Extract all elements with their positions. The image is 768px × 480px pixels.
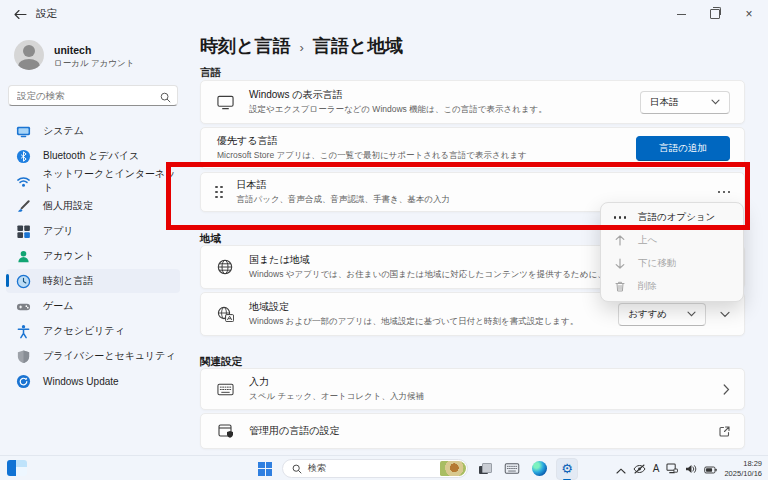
menu-item-move-up: 上へ (604, 229, 740, 252)
sidebar-item-system[interactable]: システム (6, 119, 180, 143)
settings-window: 設定 × unitech ローカル アカウント システム Bluetooth と… (0, 0, 768, 480)
sidebar-item-apps[interactable]: アプリ (6, 219, 180, 243)
expand-button[interactable] (720, 311, 730, 318)
shield-icon (15, 348, 31, 364)
regional-format-icon (215, 306, 235, 322)
more-icon (613, 216, 627, 219)
sidebar-item-label: 時刻と言語 (43, 274, 93, 288)
close-icon: × (745, 8, 752, 20)
clock-time: 18:29 (724, 459, 762, 468)
ime-indicator[interactable]: A (653, 463, 660, 474)
sidebar-item-label: Bluetooth とデバイス (43, 149, 139, 163)
sidebar-item-label: ネットワークとインターネット (43, 167, 180, 195)
sidebar-item-label: Windows Update (43, 376, 119, 387)
menu-item-label: 下に移動 (638, 257, 676, 270)
settings-app-button[interactable]: ⚙ (556, 458, 578, 480)
menu-item-label: 上へ (638, 234, 657, 247)
titlebar: 設定 × (0, 0, 768, 28)
card-description: スペル チェック、オートコレクト、入力候補 (249, 391, 709, 403)
tray-chevron-up-icon[interactable] (616, 460, 626, 478)
edge-button[interactable] (529, 459, 549, 479)
sidebar-item-personalization[interactable]: 個人用設定 (6, 194, 180, 218)
trash-icon (613, 281, 627, 292)
dropdown-value: 日本語 (650, 96, 679, 109)
taskbar-search-label: 検索 (308, 462, 434, 475)
arrow-up-icon (613, 235, 627, 246)
menu-item-move-down: 下に移動 (604, 252, 740, 275)
section-related: 関連設定 (200, 355, 242, 369)
breadcrumb-separator: › (299, 38, 303, 55)
drag-handle-icon[interactable] (215, 186, 223, 199)
regional-format-dropdown[interactable]: おすすめ (618, 303, 706, 326)
display-icon (215, 95, 235, 110)
language-item-title: 日本語 (237, 178, 704, 192)
taskbar-clock[interactable]: 18:29 2025/10/16 (724, 459, 762, 478)
sidebar-item-label: アカウント (43, 249, 94, 263)
breadcrumb: 時刻と言語 › 言語と地域 (200, 34, 403, 58)
sidebar-item-accounts[interactable]: アカウント (6, 244, 180, 268)
wifi-icon (15, 173, 31, 189)
minimize-icon (677, 14, 686, 15)
sidebar-item-gaming[interactable]: ゲーム (6, 294, 180, 318)
accessibility-icon (15, 323, 31, 339)
back-arrow-icon (14, 9, 27, 20)
volume-icon[interactable] (685, 460, 697, 478)
add-language-button[interactable]: 言語の追加 (636, 136, 730, 161)
network-icon[interactable] (666, 460, 678, 478)
sidebar-item-bluetooth[interactable]: Bluetooth とデバイス (6, 144, 180, 168)
touch-keyboard-button[interactable] (502, 459, 522, 479)
back-button[interactable] (10, 5, 30, 23)
update-icon (15, 373, 31, 389)
taskbar: 検索 ⚙ A (0, 455, 768, 480)
sidebar-item-windows-update[interactable]: Windows Update (6, 369, 180, 393)
language-context-menu: 言語のオプション 上へ 下に移動 削除 (600, 202, 744, 302)
menu-item-language-options[interactable]: 言語のオプション (604, 206, 740, 229)
admin-language-icon (215, 424, 235, 439)
menu-item-delete: 削除 (604, 275, 740, 298)
sidebar-item-privacy[interactable]: プライバシーとセキュリティ (6, 344, 180, 368)
widgets-button[interactable] (7, 460, 27, 476)
card-typing[interactable]: 入力 スペル チェック、オートコレクト、入力候補 (200, 368, 745, 410)
card-title: 入力 (249, 375, 709, 389)
more-options-button[interactable] (718, 191, 731, 194)
external-link-icon (719, 426, 730, 437)
breadcrumb-parent[interactable]: 時刻と言語 (200, 34, 290, 58)
search-icon (292, 464, 302, 474)
settings-search-input[interactable] (8, 85, 178, 106)
section-region: 地域 (200, 232, 221, 246)
display-language-dropdown[interactable]: 日本語 (640, 91, 730, 114)
search-icon (160, 89, 171, 107)
taskbar-search[interactable]: 検索 (282, 459, 468, 478)
app-title: 設定 (36, 7, 57, 21)
restore-button[interactable] (698, 0, 732, 28)
minimize-button[interactable] (664, 0, 698, 28)
task-view-button[interactable] (475, 459, 495, 479)
settings-search (8, 85, 178, 106)
card-preferred-languages: 優先する言語 Microsoft Store アプリは、この一覧で最初にサポート… (200, 127, 745, 169)
section-language: 言語 (200, 66, 221, 80)
sidebar-item-label: システム (43, 124, 84, 138)
system-icon (15, 123, 31, 139)
sidebar: unitech ローカル アカウント システム Bluetooth とデバイス … (0, 28, 186, 455)
menu-item-label: 言語のオプション (638, 211, 715, 224)
chevron-down-icon (687, 311, 696, 317)
sidebar-item-time-language[interactable]: 時刻と言語 (6, 269, 180, 293)
sidebar-item-label: ゲーム (43, 299, 73, 313)
person-icon (15, 248, 31, 264)
gamepad-icon (15, 298, 31, 314)
close-button[interactable]: × (732, 0, 766, 28)
keyboard-icon (504, 463, 520, 474)
sidebar-item-network[interactable]: ネットワークとインターネット (6, 169, 180, 193)
window-controls: × (664, 0, 766, 28)
keyboard-icon (215, 383, 235, 396)
sidebar-item-label: アクセシビリティ (43, 324, 125, 338)
task-view-icon (479, 463, 492, 474)
sidebar-item-accessibility[interactable]: アクセシビリティ (6, 319, 180, 343)
bluetooth-icon (15, 148, 31, 164)
avatar[interactable] (14, 40, 44, 70)
tray-eye-slash-icon[interactable] (633, 460, 646, 478)
menu-item-label: 削除 (638, 280, 657, 293)
card-admin-language[interactable]: 管理用の言語の設定 (200, 413, 745, 449)
battery-icon[interactable] (704, 460, 717, 478)
start-button[interactable] (255, 459, 275, 479)
